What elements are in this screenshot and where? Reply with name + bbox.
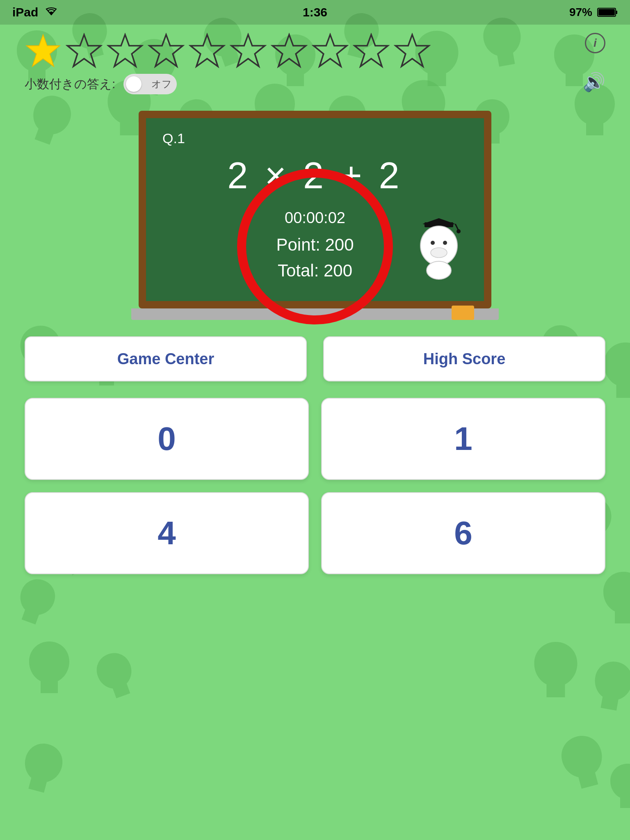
answers-grid: 0 1 4 6 <box>25 398 605 574</box>
sound-button[interactable]: 🔊 <box>583 71 605 93</box>
star-5 <box>189 33 226 70</box>
svg-rect-1 <box>616 11 617 14</box>
decimal-toggle[interactable]: オフ <box>123 74 177 94</box>
game-center-button[interactable]: Game Center <box>25 336 307 381</box>
star-9 <box>353 33 390 70</box>
chalk-eraser <box>452 306 474 320</box>
svg-point-17 <box>420 226 457 265</box>
svg-marker-11 <box>355 35 388 66</box>
svg-point-18 <box>431 241 435 245</box>
svg-marker-6 <box>150 35 183 66</box>
star-8 <box>312 33 349 70</box>
svg-point-19 <box>443 241 447 245</box>
svg-point-20 <box>431 248 447 258</box>
answer-0-button[interactable]: 0 <box>25 398 309 480</box>
toggle-knob <box>126 76 142 92</box>
battery-label: 97% <box>569 6 592 19</box>
svg-marker-12 <box>396 35 429 66</box>
status-right: 97% <box>569 6 618 19</box>
answer-1-label: 1 <box>454 420 472 458</box>
info-button[interactable]: i <box>585 33 605 53</box>
chalkboard-container: Q.1 2 × 2 + 2 00:00:02 Point: 200 Total:… <box>139 111 491 320</box>
answer-1-button[interactable]: 1 <box>321 398 605 480</box>
mascot <box>410 215 468 281</box>
chalkboard: Q.1 2 × 2 + 2 00:00:02 Point: 200 Total:… <box>139 111 491 308</box>
svg-marker-8 <box>232 35 265 66</box>
toggle-label: 小数付きの答え: <box>25 76 115 93</box>
svg-marker-4 <box>68 35 101 66</box>
svg-marker-10 <box>314 35 347 66</box>
svg-marker-3 <box>27 35 60 66</box>
svg-marker-5 <box>109 35 142 66</box>
star-4 <box>148 33 185 70</box>
status-time: 1:36 <box>303 5 327 19</box>
svg-point-21 <box>427 261 451 279</box>
star-2 <box>66 33 103 70</box>
high-score-button[interactable]: High Score <box>323 336 605 381</box>
battery-icon <box>597 7 618 18</box>
answer-6-label: 6 <box>454 514 472 552</box>
svg-marker-7 <box>191 35 224 66</box>
svg-point-16 <box>457 229 461 233</box>
status-left: iPad <box>12 5 58 19</box>
star-3 <box>107 33 144 70</box>
wifi-icon <box>45 7 58 17</box>
toggle-value: オフ <box>151 78 172 91</box>
stars-container <box>25 33 431 70</box>
math-problem: 2 × 2 + 2 <box>162 155 468 197</box>
answer-6-button[interactable]: 6 <box>321 492 605 574</box>
status-bar: iPad 1:36 97% <box>0 0 630 25</box>
question-number: Q.1 <box>162 130 468 146</box>
answer-4-button[interactable]: 4 <box>25 492 309 574</box>
ipad-label: iPad <box>12 5 38 19</box>
star-1-filled <box>25 33 62 70</box>
svg-rect-2 <box>598 9 615 16</box>
star-10 <box>394 33 431 70</box>
answer-0-label: 0 <box>158 420 176 458</box>
action-buttons-row: Game Center High Score <box>25 336 605 381</box>
star-7 <box>271 33 308 70</box>
star-6 <box>230 33 267 70</box>
chalk-ledge <box>131 308 499 320</box>
svg-marker-9 <box>273 35 306 66</box>
answer-4-label: 4 <box>158 514 176 552</box>
main-content: i 小数付きの答え: オフ 🔊 Q.1 2 × 2 + 2 00:00:02 P… <box>0 25 630 582</box>
